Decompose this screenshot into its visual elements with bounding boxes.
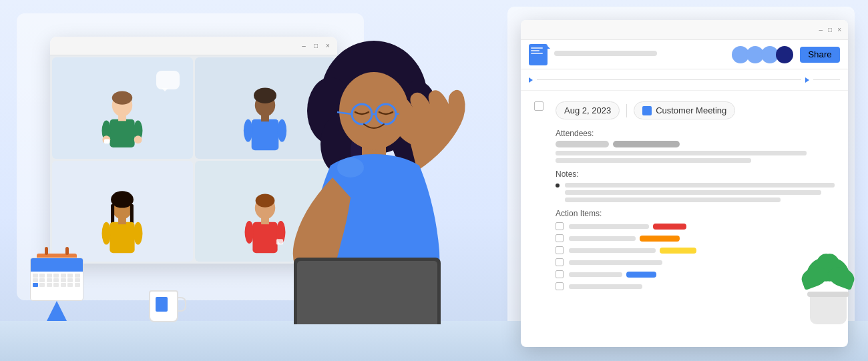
attendee-line-1: [556, 151, 807, 155]
date-row: Aug 2, 2023 Customer Meeting: [556, 101, 835, 119]
action-checkbox-3[interactable]: [556, 246, 564, 254]
person-figure-3: [92, 188, 152, 262]
note-line-2: [565, 190, 821, 195]
action-checkbox-2[interactable]: [556, 234, 564, 242]
video-cell-1: [52, 57, 193, 159]
doc-main-col: Aug 2, 2023 Customer Meeting Attendees:: [556, 101, 835, 294]
svg-point-7: [134, 135, 142, 143]
action-checkbox-4[interactable]: [556, 258, 564, 266]
doc-left-col: [534, 101, 548, 294]
mug-body: [149, 290, 178, 322]
svg-point-16: [111, 191, 134, 208]
svg-rect-8: [104, 139, 110, 143]
doc-left-checkbox: [534, 101, 544, 111]
video-cell-3: [52, 161, 193, 262]
plant-prop: [795, 228, 861, 324]
mug-handle: [177, 297, 186, 312]
action-item-3: [556, 246, 835, 254]
share-button[interactable]: Share: [800, 47, 840, 63]
svg-rect-3: [118, 115, 126, 120]
doc-minimize-button[interactable]: –: [819, 26, 823, 33]
avatar-dot-4: [776, 46, 793, 63]
toolbar-title-bar: [554, 51, 657, 56]
action-item-1: [556, 222, 835, 230]
svg-rect-19: [110, 222, 135, 254]
action-item-4: [556, 258, 835, 266]
calendar-stand: [47, 301, 67, 321]
calendar-prop: [27, 254, 87, 321]
notes-section: Notes:: [556, 169, 835, 202]
plant-pot: [810, 294, 847, 324]
attendee-chip-1: [556, 141, 609, 147]
svg-point-21: [102, 222, 112, 245]
attendees-label: Attendees:: [556, 129, 835, 138]
calendar-body: [30, 258, 83, 301]
mug-doc-icon: [156, 297, 168, 312]
attendee-line-2: [556, 158, 751, 163]
action-items-section: Action Items:: [556, 209, 835, 290]
meeting-badge-text: Customer Meeting: [656, 105, 726, 115]
nav-triangle-1: [529, 77, 533, 83]
svg-point-46: [337, 157, 364, 177]
action-item-6: [556, 282, 835, 290]
attendees-field: Attendees:: [556, 129, 835, 163]
action-item-5: [556, 270, 835, 278]
note-bullet-1: [556, 184, 560, 188]
person-figure-1: [92, 85, 152, 159]
nav-triangle-2: [805, 77, 809, 83]
date-separator: [626, 104, 627, 117]
calendar-header: [31, 258, 83, 272]
action-item-2: [556, 234, 835, 242]
meeting-badge: Customer Meeting: [634, 101, 735, 119]
action-checkbox-5[interactable]: [556, 270, 564, 278]
note-line-1: [565, 183, 835, 188]
calendar-spine: [37, 254, 77, 258]
nav-line-2: [813, 79, 840, 80]
svg-rect-20: [118, 218, 126, 224]
toolbar-title-area: [554, 51, 725, 59]
action-checkbox-1[interactable]: [556, 222, 564, 230]
attendee-chip-2: [613, 141, 680, 147]
doc-maximize-button[interactable]: □: [828, 26, 832, 33]
svg-point-1: [112, 91, 132, 104]
calendar-icon-small: [642, 106, 652, 115]
docs-app-icon: [529, 44, 548, 65]
attendees-chips: [556, 141, 835, 147]
toolbar-avatar-dots: [732, 46, 793, 63]
doc-titlebar: – □ ×: [521, 20, 848, 40]
date-badge: Aug 2, 2023: [556, 101, 620, 119]
svg-rect-2: [110, 119, 135, 147]
svg-point-22: [134, 222, 143, 245]
doc-nav-bar: [521, 69, 848, 91]
note-line-3: [565, 198, 781, 202]
note-item-1: [556, 183, 835, 188]
speech-bubble: [156, 71, 180, 89]
woman-figure-container: [234, 37, 514, 324]
mug-prop: [144, 290, 184, 322]
doc-toolbar: Share: [521, 40, 848, 69]
doc-close-button[interactable]: ×: [837, 26, 841, 33]
woman-figure: [234, 37, 514, 324]
calendar-grid: [31, 272, 83, 289]
notes-label: Notes:: [556, 169, 835, 179]
svg-rect-44: [297, 261, 437, 324]
action-items-label: Action Items:: [556, 209, 835, 218]
action-checkbox-6[interactable]: [556, 282, 564, 290]
nav-line-1: [537, 79, 801, 80]
